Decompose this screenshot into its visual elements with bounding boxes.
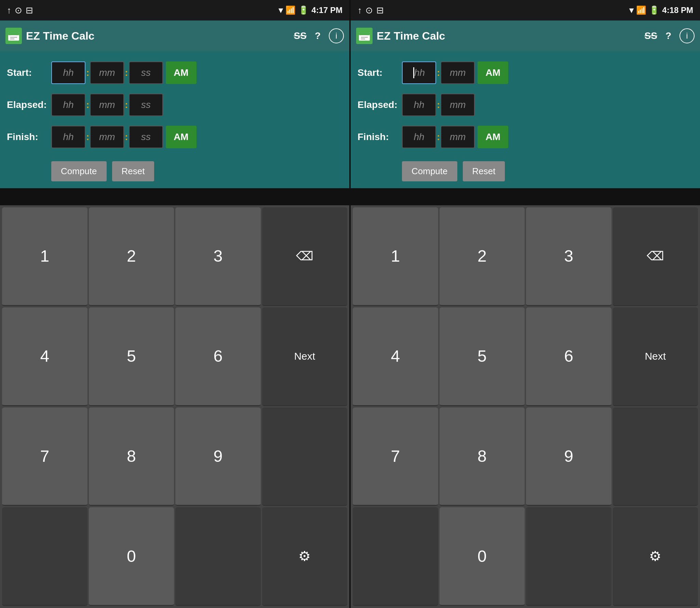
compute-button-left[interactable]: Compute: [51, 161, 107, 181]
elapsed-mm-right[interactable]: mm: [441, 94, 475, 116]
finish-row-left: Finish: hh : mm : ss AM: [7, 126, 342, 148]
reset-button-left[interactable]: Reset: [112, 161, 154, 181]
key-8-left[interactable]: 8: [89, 407, 174, 506]
key-empty-l4-right: [353, 507, 438, 606]
key-7-right[interactable]: 7: [353, 407, 438, 506]
key-2-left[interactable]: 2: [89, 207, 174, 306]
keyboard-row-2-right: 4 5 6 Next: [353, 307, 698, 406]
info-button-right[interactable]: i: [679, 28, 695, 43]
finish-mm-left[interactable]: mm: [90, 126, 124, 148]
elapsed-fields-left: hh : mm : ss: [51, 94, 163, 116]
elapsed-label-right: Elapsed:: [358, 99, 399, 110]
key-1-left[interactable]: 1: [2, 207, 88, 306]
key-next-right[interactable]: Next: [613, 307, 698, 406]
sep5-left: :: [86, 132, 89, 142]
ss-button-left[interactable]: SS: [294, 30, 307, 41]
notification-icon: ⊙: [15, 5, 22, 16]
start-ss-left[interactable]: ss: [129, 61, 163, 84]
finish-mm-right[interactable]: mm: [441, 126, 475, 148]
elapsed-hh-right[interactable]: hh: [402, 94, 436, 116]
divider-left: [0, 188, 349, 205]
key-3-right[interactable]: 3: [526, 207, 611, 306]
key-4-right[interactable]: 4: [353, 307, 438, 406]
key-1-right[interactable]: 1: [353, 207, 438, 306]
elapsed-fields-right: hh : mm: [402, 94, 475, 116]
finish-fields-right: hh : mm AM: [402, 126, 508, 148]
finish-hh-left[interactable]: hh: [51, 126, 85, 148]
wifi-icon: ▾: [279, 5, 283, 15]
key-settings-left[interactable]: ⚙: [262, 507, 348, 606]
key-2-right[interactable]: 2: [440, 207, 525, 306]
key-empty-r4-right: [526, 507, 611, 606]
compute-button-right[interactable]: Compute: [402, 161, 457, 181]
start-ampm-left[interactable]: AM: [166, 61, 197, 84]
next-label-left: Next: [294, 350, 315, 362]
key-backspace-left[interactable]: ⌫: [262, 207, 348, 306]
help-button-left[interactable]: ?: [315, 30, 321, 41]
keyboard-row-3-right: 7 8 9: [353, 407, 698, 506]
start-ampm-right[interactable]: AM: [477, 61, 508, 84]
divider-right: [351, 188, 700, 205]
info-button-left[interactable]: i: [329, 28, 344, 43]
key-5-left[interactable]: 5: [89, 307, 174, 406]
key-4-left[interactable]: 4: [2, 307, 88, 406]
key-6-right[interactable]: 6: [526, 307, 611, 406]
key-next-left[interactable]: Next: [262, 307, 348, 406]
app-bar-actions-right: SS ? i: [645, 28, 695, 43]
app-bar-left: EZ Time Calc SS ? i: [0, 20, 349, 51]
elapsed-label-left: Elapsed:: [7, 99, 48, 110]
ss-button-right[interactable]: SS: [645, 30, 657, 41]
sep1-right: :: [437, 67, 440, 78]
finish-hh-right[interactable]: hh: [402, 126, 436, 148]
svg-rect-5: [359, 32, 370, 35]
key-backspace-right[interactable]: ⌫: [613, 207, 698, 306]
start-label-left: Start:: [7, 67, 48, 78]
signal-icon-r: 📶: [636, 5, 646, 15]
keyboard-row-2-left: 4 5 6 Next: [2, 307, 347, 406]
key-9-right[interactable]: 9: [526, 407, 611, 506]
keyboard-left: 1 2 3 ⌫ 4 5 6 Next 7 8 9 0 ⚙: [0, 205, 349, 608]
key-6-left[interactable]: 6: [175, 307, 261, 406]
key-empty-l4-left: [2, 507, 88, 606]
keyboard-right: 1 2 3 ⌫ 4 5 6 Next 7 8 9 0 ⚙: [351, 205, 700, 608]
keyboard-row-3-left: 7 8 9: [2, 407, 347, 506]
key-9-left[interactable]: 9: [175, 407, 261, 506]
key-3-left[interactable]: 3: [175, 207, 261, 306]
start-hh-right[interactable]: hh: [402, 61, 436, 84]
action-row-left: Compute Reset: [7, 161, 342, 181]
help-button-right[interactable]: ?: [665, 30, 671, 41]
status-bar-right: ↑ ⊙ ⊟ ▾ 📶 🔋 4:18 PM: [351, 0, 700, 20]
key-0-right[interactable]: 0: [440, 507, 525, 606]
elapsed-mm-left[interactable]: mm: [90, 94, 124, 116]
start-fields-left: hh : mm : ss AM: [51, 61, 197, 84]
main-content-left: Start: hh : mm : ss AM Elapsed:: [0, 51, 349, 188]
finish-ss-left[interactable]: ss: [129, 126, 163, 148]
arrow-up-icon-r: ↑: [358, 5, 362, 16]
main-content-right: Start: hh : mm AM Elapsed: hh: [351, 51, 700, 188]
start-hh-left[interactable]: hh: [51, 61, 85, 84]
keyboard-row-1-left: 1 2 3 ⌫: [2, 207, 347, 306]
sync-icon-r: ⊟: [376, 5, 384, 16]
sep4-left: :: [125, 99, 128, 110]
key-7-left[interactable]: 7: [2, 407, 88, 506]
key-8-right[interactable]: 8: [440, 407, 525, 506]
keyboard-row-4-left: 0 ⚙: [2, 507, 347, 606]
battery-icon: 🔋: [298, 5, 309, 15]
elapsed-ss-left[interactable]: ss: [129, 94, 163, 116]
key-settings-right[interactable]: ⚙: [613, 507, 698, 606]
finish-ampm-left[interactable]: AM: [166, 126, 197, 148]
elapsed-hh-left[interactable]: hh: [51, 94, 85, 116]
finish-ampm-right[interactable]: AM: [477, 126, 508, 148]
start-row-left: Start: hh : mm : ss AM: [7, 61, 342, 84]
key-5-right[interactable]: 5: [440, 307, 525, 406]
finish-label-right: Finish:: [358, 132, 399, 142]
backspace-icon-right: ⌫: [647, 249, 664, 263]
left-panel: ↑ ⊙ ⊟ ▾ 📶 🔋 4:17 PM EZ Time Calc SS ? i: [0, 0, 349, 608]
sep3-right: :: [437, 99, 440, 110]
sep2-left: :: [125, 67, 128, 78]
reset-button-right[interactable]: Reset: [463, 161, 505, 181]
start-mm-right[interactable]: mm: [441, 61, 475, 84]
app-title-left: EZ Time Calc: [26, 30, 290, 42]
start-mm-left[interactable]: mm: [90, 61, 124, 84]
key-0-left[interactable]: 0: [89, 507, 174, 606]
